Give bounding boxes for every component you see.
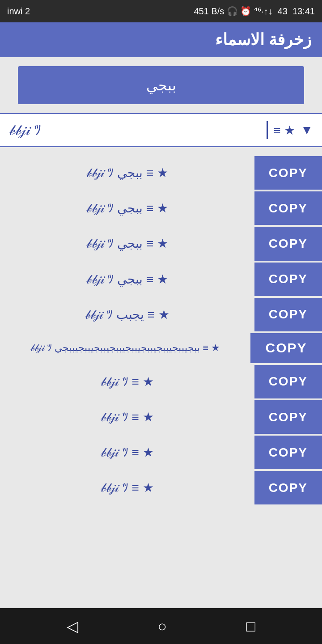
item-text-1: ★ ≡ ببجي 𝒷𝒷𝒿𝒾 ﾂ — [0, 156, 254, 190]
copy-button-5[interactable]: COPY — [254, 298, 322, 331]
copy-button-8[interactable]: COPY — [254, 436, 322, 469]
results-list: ★ ≡ ببجي 𝒷𝒷𝒿𝒾 ﾂ COPY ★ ≡ ببجي 𝒷𝒷𝒿𝒾 ﾂ COP… — [0, 147, 322, 608]
filter-bar: 𝒷𝒷𝒿𝒾 ﾂ ≡ ★ ▼ — [0, 113, 322, 147]
item-text-9: ★ ≡ 𝒷𝒷𝒿𝒾 ﾂ — [0, 471, 254, 504]
status-left: inwi 2 — [7, 6, 30, 17]
copy-button-3[interactable]: COPY — [254, 227, 322, 260]
item-text-8: ★ ≡ 𝒷𝒷𝒿𝒾 ﾂ — [0, 436, 254, 469]
input-area — [0, 57, 322, 113]
list-item: ★ ≡ ببجي 𝒷𝒷𝒿𝒾 ﾂ COPY — [0, 263, 322, 296]
copy-button-7[interactable]: COPY — [254, 400, 322, 434]
list-item-long: ★ ≡ ببجيببجيببجيببجيببجيببجيببجيببجيببجي… — [0, 333, 322, 363]
list-item: ★ ≡ ببجي 𝒷𝒷𝒿𝒾 ﾂ COPY — [0, 227, 322, 260]
item-text-6: ★ ≡ 𝒷𝒷𝒿𝒾 ﾂ — [0, 365, 254, 398]
filter-controls: ≡ ★ ▼ — [267, 121, 313, 139]
item-text-7: ★ ≡ 𝒷𝒷𝒿𝒾 ﾂ — [0, 400, 254, 434]
filter-preview: 𝒷𝒷𝒿𝒾 ﾂ — [9, 122, 41, 139]
list-item: ★ ≡ يجبب 𝒷𝒷𝒿𝒾 ﾂ COPY — [0, 298, 322, 331]
list-item: ★ ≡ 𝒷𝒷𝒿𝒾 ﾂ COPY — [0, 471, 322, 504]
status-bar: inwi 2 451 B/s 🎧 ⏰ ⁴⁶·↑↓ 43 13:41 — [0, 0, 322, 22]
list-item: ★ ≡ 𝒷𝒷𝒿𝒾 ﾂ COPY — [0, 436, 322, 469]
copy-button-2[interactable]: COPY — [254, 191, 322, 225]
item-text-long: ★ ≡ ببجيببجيببجيببجيببجيببجيببجيببجيببجي… — [0, 333, 250, 363]
bottom-nav: ◁ ○ □ — [0, 608, 322, 644]
list-item: ★ ≡ ببجي 𝒷𝒷𝒿𝒾 ﾂ COPY — [0, 156, 322, 190]
back-button[interactable]: ◁ — [67, 617, 78, 635]
app-title: زخرفة الاسماء — [215, 30, 311, 49]
home-button[interactable]: ○ — [157, 618, 167, 635]
item-text-5: ★ ≡ يجبب 𝒷𝒷𝒿𝒾 ﾂ — [0, 298, 254, 331]
recent-button[interactable]: □ — [246, 618, 256, 635]
copy-button-6[interactable]: COPY — [254, 365, 322, 398]
item-text-4: ★ ≡ ببجي 𝒷𝒷𝒿𝒾 ﾂ — [0, 263, 254, 296]
item-text-3: ★ ≡ ببجي 𝒷𝒷𝒿𝒾 ﾂ — [0, 227, 254, 260]
list-item: ★ ≡ 𝒷𝒷𝒿𝒾 ﾂ COPY — [0, 400, 322, 434]
dropdown-arrow-icon[interactable]: ▼ — [301, 123, 313, 137]
name-input[interactable] — [18, 66, 304, 104]
status-right: 451 B/s 🎧 ⏰ ⁴⁶·↑↓ 43 13:41 — [194, 6, 315, 17]
list-item: ★ ≡ ببجي 𝒷𝒷𝒿𝒾 ﾂ COPY — [0, 191, 322, 225]
copy-button-4[interactable]: COPY — [254, 263, 322, 296]
filter-divider — [267, 121, 268, 139]
item-text-2: ★ ≡ ببجي 𝒷𝒷𝒿𝒾 ﾂ — [0, 191, 254, 225]
list-item: ★ ≡ 𝒷𝒷𝒿𝒾 ﾂ COPY — [0, 365, 322, 398]
copy-button-long[interactable]: COPY — [250, 333, 322, 363]
copy-button-9[interactable]: COPY — [254, 471, 322, 504]
filter-icons: ≡ ★ — [273, 123, 295, 138]
copy-button-1[interactable]: COPY — [254, 156, 322, 190]
app-bar: زخرفة الاسماء — [0, 22, 322, 57]
